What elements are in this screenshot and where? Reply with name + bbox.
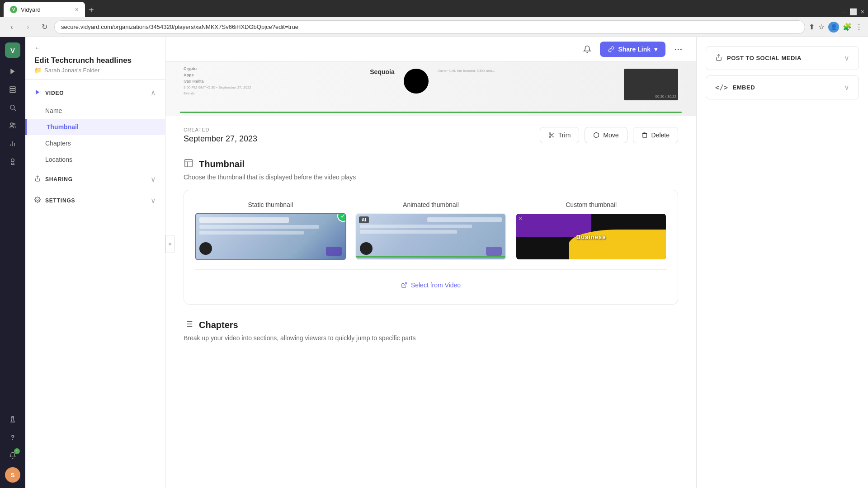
svg-point-16: [549, 136, 551, 138]
animated-thumbnail-label: Animated thumbnail: [403, 201, 459, 208]
video-meta-row: CREATED September 27, 2023 Trim Move Del…: [184, 127, 678, 144]
left-panel-header: ← Edit Techcrunch headlines 📁 Sarah Jona…: [25, 37, 165, 80]
sidebar-user-avatar[interactable]: S: [5, 467, 20, 483]
extensions-icon[interactable]: 🧩: [843, 23, 852, 31]
back-button[interactable]: ←: [34, 44, 156, 52]
profile-icon[interactable]: 👤: [828, 22, 839, 33]
nav-item-thumbnail[interactable]: Thumbnail: [25, 119, 165, 135]
notification-bell-button[interactable]: [580, 42, 594, 56]
svg-rect-2: [10, 89, 15, 90]
nav-item-name[interactable]: Name: [25, 103, 165, 119]
chapters-section: Chapters Break up your video into sectio…: [184, 319, 678, 342]
sidebar-item-play[interactable]: [5, 63, 21, 80]
sidebar-item-lab[interactable]: [5, 411, 21, 427]
nav-item-locations[interactable]: Locations: [25, 151, 165, 168]
embed-title: </> EMBED: [715, 84, 755, 92]
trim-icon: [548, 132, 555, 138]
nav-item-chapters[interactable]: Chapters: [25, 135, 165, 151]
right-panel: POST TO SOCIAL MEDIA ∨ </> EMBED ∨: [696, 37, 868, 488]
bookmark-icon[interactable]: ☆: [818, 23, 825, 31]
sidebar-item-person[interactable]: [5, 154, 21, 170]
static-thumbnail-option[interactable]: Static thumbnail ✓: [195, 201, 346, 260]
tab-close-icon[interactable]: ×: [75, 6, 79, 13]
video-play-icon: [34, 89, 41, 97]
chapters-section-icon: [184, 319, 193, 331]
video-section-header[interactable]: VIDEO ∧: [25, 83, 165, 103]
post-social-section: POST TO SOCIAL MEDIA ∨: [706, 46, 859, 70]
embed-icon: </>: [715, 84, 728, 92]
svg-line-18: [552, 136, 553, 137]
sidebar-item-chart[interactable]: [5, 136, 21, 152]
share-link-button[interactable]: Share Link ▾: [600, 42, 665, 57]
address-bar[interactable]: secure.vidyard.com/organizations/3454320…: [54, 20, 805, 34]
settings-section-header[interactable]: SETTINGS ∨: [25, 191, 165, 210]
svg-line-5: [14, 109, 16, 111]
sidebar-item-list[interactable]: [5, 81, 21, 98]
icon-sidebar: V ? 1 S: [0, 37, 25, 488]
svg-point-11: [11, 159, 14, 162]
embed-section: </> EMBED ∨: [706, 75, 859, 99]
video-action-buttons: Trim Move Delete: [540, 127, 678, 143]
header-right: Share Link ▾ ⋯: [580, 42, 685, 57]
browser-chrome: V Vidyard × + ─ ⬜ ×: [0, 0, 868, 17]
select-from-video-divider: [195, 269, 667, 270]
custom-thumbnail-option[interactable]: Custom thumbnail Business ✕: [515, 201, 667, 260]
folder-name: Sarah Jonas's Folder: [44, 67, 99, 74]
sidebar-item-users[interactable]: [5, 117, 21, 134]
new-tab-button[interactable]: +: [89, 5, 94, 17]
move-button[interactable]: Move: [585, 127, 627, 143]
post-social-icon: [715, 54, 722, 62]
post-social-header[interactable]: POST TO SOCIAL MEDIA ∨: [706, 47, 859, 70]
sidebar-item-search[interactable]: [5, 99, 21, 116]
window-minimize-icon[interactable]: ─: [841, 8, 846, 15]
custom-thumbnail-label: Custom thumbnail: [566, 201, 617, 208]
delete-icon: [642, 132, 648, 138]
share-link-label: Share Link: [618, 46, 651, 53]
settings-menu-icon[interactable]: ⋮: [855, 23, 863, 31]
thumbnail-options-container: Static thumbnail ✓: [184, 190, 678, 305]
nav-reload-button[interactable]: ↻: [38, 21, 51, 33]
sidebar-avatar[interactable]: V: [5, 42, 20, 58]
thumbnail-title: Thumbnail: [199, 159, 245, 169]
app-container: V ? 1 S ←: [0, 37, 868, 488]
address-text: secure.vidyard.com/organizations/3454320…: [61, 23, 298, 30]
thumbnail-header: Thumbnail: [184, 158, 678, 170]
chapters-description: Break up your video into sections, allow…: [184, 334, 678, 342]
delete-button[interactable]: Delete: [633, 127, 678, 143]
post-social-expand-icon: ∨: [844, 54, 849, 62]
more-options-button[interactable]: ⋯: [671, 42, 685, 56]
animated-thumbnail-option[interactable]: Animated thumbnail AI: [355, 201, 507, 260]
nav-back-button[interactable]: ‹: [5, 21, 18, 33]
embed-header[interactable]: </> EMBED ∨: [706, 76, 859, 99]
svg-marker-0: [10, 69, 14, 74]
select-from-video-button[interactable]: Select from Video: [195, 277, 667, 293]
sharing-expand-icon: ∨: [151, 175, 156, 183]
video-progress-bar: [180, 112, 682, 113]
custom-thumbnail-preview[interactable]: Business ✕: [515, 213, 667, 260]
chapters-header: Chapters: [184, 319, 678, 331]
sidebar-item-notification[interactable]: 1: [5, 447, 21, 464]
sidebar-item-help[interactable]: ?: [5, 429, 21, 446]
embed-expand-icon: ∨: [844, 83, 849, 92]
sharing-section: SHARING ∨: [25, 169, 165, 189]
tab-title: Vidyard: [21, 6, 71, 13]
window-maximize-icon[interactable]: ⬜: [849, 8, 857, 15]
tab-favicon: V: [10, 6, 17, 13]
trim-button[interactable]: Trim: [540, 127, 579, 143]
share-nav-icon[interactable]: ⬆: [809, 23, 815, 31]
animated-thumbnail-preview[interactable]: AI: [355, 213, 507, 260]
nav-forward-button[interactable]: ›: [22, 21, 34, 33]
collapse-panel-button[interactable]: «: [165, 235, 175, 253]
select-from-video-label: Select from Video: [411, 282, 461, 289]
static-thumbnail-preview[interactable]: ✓: [195, 213, 346, 260]
sharing-section-title: SHARING: [34, 175, 73, 183]
sharing-section-header[interactable]: SHARING ∨: [25, 169, 165, 189]
window-close-icon[interactable]: ×: [861, 8, 864, 15]
browser-tab[interactable]: V Vidyard ×: [4, 2, 85, 17]
page-title: Edit Techcrunch headlines: [34, 56, 156, 65]
svg-point-7: [13, 123, 15, 125]
svg-rect-1: [10, 87, 15, 88]
left-panel: ← Edit Techcrunch headlines 📁 Sarah Jona…: [25, 37, 165, 488]
video-nav-items: Name Thumbnail Chapters Locations: [25, 103, 165, 168]
video-black-circle: [404, 69, 429, 94]
